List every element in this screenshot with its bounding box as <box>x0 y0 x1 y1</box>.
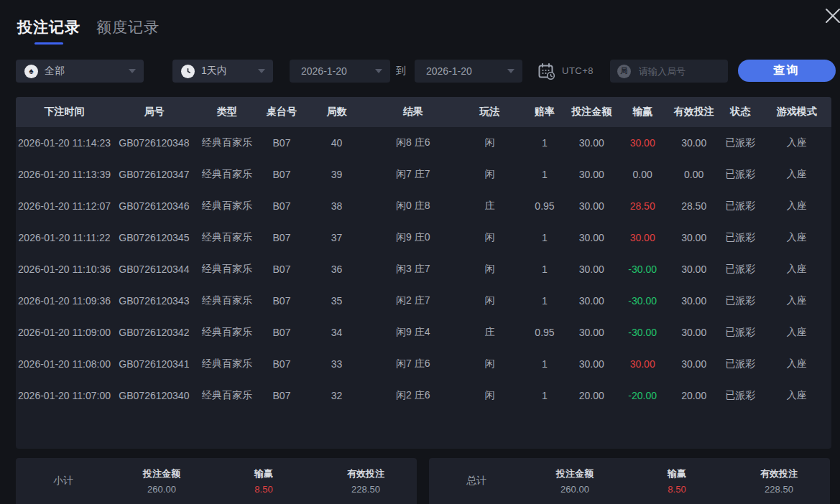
subtotal-panel: 小计 投注金额 260.00 输赢 8.50 有效投注 228.50 <box>16 458 417 504</box>
close-button[interactable] <box>823 6 840 27</box>
round-number-input-wrap: 局 <box>610 60 728 83</box>
cell-game-mode: 入座 <box>762 326 831 339</box>
cell-round-id: GB0726120348 <box>113 137 195 149</box>
table-row: 2026-01-20 11:09:00 GB0726120342 经典百家乐 B… <box>16 317 831 348</box>
cell-game-type: 经典百家乐 <box>195 263 259 276</box>
cell-round-id: GB0726120346 <box>113 200 195 212</box>
col-header-game-mode: 游戏模式 <box>762 106 831 118</box>
cell-shoe-no: 32 <box>305 390 369 401</box>
cell-odds: 1 <box>522 137 567 149</box>
round-number-input[interactable] <box>637 65 719 78</box>
chevron-down-icon <box>258 69 265 73</box>
col-header-round-id: 局号 <box>113 106 195 118</box>
cell-bet-amount: 30.00 <box>567 232 616 243</box>
cell-shoe-no: 35 <box>305 295 369 307</box>
col-header-status: 状态 <box>719 106 762 118</box>
col-header-winloss: 输赢 <box>616 106 669 118</box>
cell-shoe-no: 36 <box>305 263 369 275</box>
query-button[interactable]: 查询 <box>738 60 836 82</box>
cell-valid-bet: 30.00 <box>669 327 719 338</box>
cell-valid-bet: 20.00 <box>669 390 719 401</box>
col-header-odds: 赔率 <box>522 106 567 118</box>
cell-play: 闲 <box>457 136 522 149</box>
cell-winloss: 30.00 <box>616 232 669 243</box>
col-header-game-type: 类型 <box>195 106 259 118</box>
to-label: 到 <box>396 65 406 78</box>
cell-result: 闲8 庄6 <box>369 136 457 149</box>
cell-game-mode: 入座 <box>762 231 831 244</box>
cell-bet-amount: 30.00 <box>567 327 616 338</box>
cell-time: 2026-01-20 11:10:36 <box>16 263 113 275</box>
cell-winloss: 30.00 <box>616 358 669 370</box>
cell-winloss: -20.00 <box>616 390 669 401</box>
cell-table-no: B07 <box>259 169 305 180</box>
clock-icon <box>181 65 195 78</box>
col-header-result: 结果 <box>369 106 457 118</box>
cell-table-no: B07 <box>259 137 305 149</box>
cell-table-no: B07 <box>259 200 305 212</box>
cell-status: 已派彩 <box>719 136 762 149</box>
cell-time: 2026-01-20 11:09:00 <box>16 327 113 338</box>
col-header-play: 玩法 <box>457 106 522 118</box>
total-panel: 总计 投注金额 260.00 输赢 8.50 有效投注 228.50 <box>429 458 830 504</box>
cell-status: 已派彩 <box>719 326 762 339</box>
calendar-clock-icon[interactable] <box>537 62 555 82</box>
cell-play: 庄 <box>457 326 522 339</box>
date-to-value: 2026-1-20 <box>426 65 472 77</box>
cell-play: 庄 <box>457 200 522 213</box>
cell-bet-amount: 30.00 <box>567 295 616 307</box>
cell-valid-bet: 30.00 <box>669 137 719 149</box>
cell-odds: 1 <box>522 390 567 401</box>
cell-table-no: B07 <box>259 295 305 307</box>
total-title: 总计 <box>429 475 524 487</box>
game-type-select[interactable]: ♠ 全部 <box>16 60 144 83</box>
betting-records-modal: 投注记录 额度记录 ♠ 全部 1天内 2026-1-20 到 2026-1-20 <box>0 0 840 504</box>
cell-time: 2026-01-20 11:14:23 <box>16 137 113 149</box>
cell-shoe-no: 38 <box>305 200 369 212</box>
cell-table-no: B07 <box>259 390 305 401</box>
table-row: 2026-01-20 11:10:36 GB0726120344 经典百家乐 B… <box>16 253 831 285</box>
table-row: 2026-01-20 11:13:39 GB0726120347 经典百家乐 B… <box>16 159 831 190</box>
subtotal-bet-amount: 投注金额 260.00 <box>111 467 213 495</box>
table-row: 2026-01-20 11:14:23 GB0726120348 经典百家乐 B… <box>16 127 831 159</box>
time-range-value: 1天内 <box>201 65 227 78</box>
cell-bet-amount: 30.00 <box>567 169 616 180</box>
cell-game-type: 经典百家乐 <box>195 231 259 244</box>
cell-table-no: B07 <box>259 263 305 275</box>
close-icon <box>823 6 840 26</box>
cell-result: 闲0 庄8 <box>369 200 457 213</box>
cell-winloss: 0.00 <box>616 169 669 180</box>
cell-winloss: -30.00 <box>616 327 669 338</box>
cell-result: 闲2 庄6 <box>369 389 457 402</box>
time-range-select[interactable]: 1天内 <box>172 60 273 83</box>
tab-betting-records[interactable]: 投注记录 <box>17 17 80 45</box>
cell-play: 闲 <box>457 294 522 307</box>
cell-round-id: GB0726120340 <box>113 390 195 401</box>
cell-game-mode: 入座 <box>762 263 831 276</box>
records-table: 下注时间 局号 类型 桌台号 局数 结果 玩法 赔率 投注金额 输赢 有效投注 … <box>16 97 831 449</box>
cell-play: 闲 <box>457 168 522 181</box>
cell-odds: 1 <box>522 169 567 180</box>
tab-quota-records[interactable]: 额度记录 <box>96 17 160 45</box>
cell-bet-amount: 30.00 <box>567 200 616 212</box>
date-to-select[interactable]: 2026-1-20 <box>415 60 522 83</box>
cell-time: 2026-01-20 11:12:07 <box>16 200 113 212</box>
cell-bet-amount: 30.00 <box>567 358 616 370</box>
cell-shoe-no: 39 <box>305 169 369 180</box>
cell-game-type: 经典百家乐 <box>195 389 259 402</box>
table-row: 2026-01-20 11:11:22 GB0726120345 经典百家乐 B… <box>16 222 831 253</box>
cell-valid-bet: 0.00 <box>669 169 719 180</box>
col-header-bet-amount: 投注金额 <box>567 106 616 118</box>
col-header-shoe-no: 局数 <box>305 106 369 118</box>
cell-time: 2026-01-20 11:09:36 <box>16 295 113 307</box>
cell-round-id: GB0726120345 <box>113 232 195 243</box>
round-icon: 局 <box>617 65 631 78</box>
cell-status: 已派彩 <box>719 358 762 370</box>
cell-game-mode: 入座 <box>762 294 831 307</box>
cell-round-id: GB0726120347 <box>113 169 195 180</box>
cell-odds: 1 <box>522 232 567 243</box>
date-from-select[interactable]: 2026-1-20 <box>290 60 390 83</box>
cell-round-id: GB0726120342 <box>113 327 195 338</box>
cell-bet-amount: 30.00 <box>567 263 616 275</box>
cell-round-id: GB0726120341 <box>113 358 195 370</box>
